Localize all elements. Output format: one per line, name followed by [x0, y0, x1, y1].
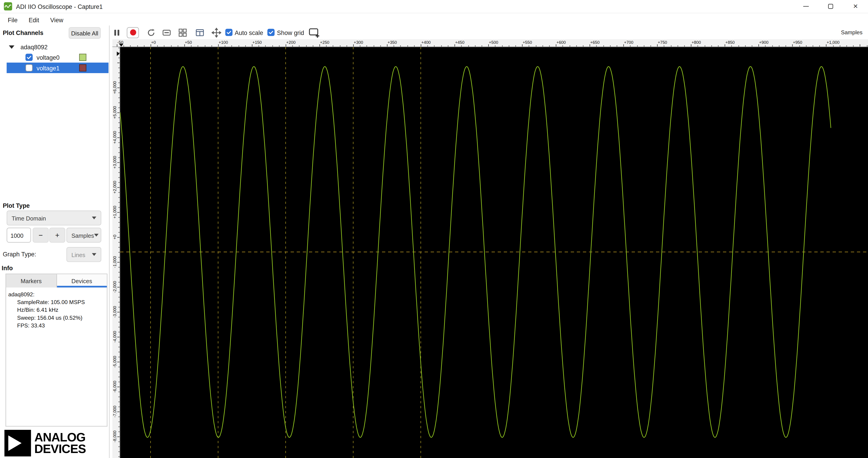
plot-svg — [120, 47, 868, 458]
disable-all-button[interactable]: Disable All — [68, 27, 100, 39]
ruler-tick — [860, 44, 860, 47]
ruler-tick — [119, 172, 120, 173]
device-name: adaq8092 — [21, 44, 48, 50]
ruler-tick — [799, 46, 800, 47]
zero-line-icon[interactable] — [162, 27, 172, 37]
ruler-tick — [178, 46, 178, 47]
ruler-tick — [576, 46, 577, 47]
ruler-tick — [765, 46, 766, 47]
plot-channels-label: Plot Channels — [3, 29, 43, 36]
ruler-tick — [119, 332, 120, 332]
ruler-tick — [171, 46, 171, 47]
plot-type-value: Time Domain — [11, 214, 46, 221]
menu-item-file[interactable]: File — [2, 15, 23, 24]
ruler-tick — [563, 46, 563, 47]
ruler-tick — [448, 46, 448, 47]
toolbar: Auto scale Show grid Samples — [110, 25, 868, 39]
sample-unit-dropdown[interactable]: Samples — [66, 228, 101, 243]
sample-count-input[interactable] — [7, 228, 31, 243]
ruler-tick — [367, 46, 367, 47]
ruler-tick — [232, 46, 232, 47]
grid-view-icon[interactable] — [178, 27, 188, 37]
close-icon: ✕ — [853, 3, 858, 9]
capture-pause-icon[interactable] — [112, 27, 121, 37]
single-capture-icon[interactable] — [146, 27, 156, 37]
ruler-tick — [549, 46, 550, 47]
channel-color-swatch[interactable] — [79, 54, 87, 61]
ruler-tick — [637, 46, 638, 47]
ruler-tick — [495, 46, 496, 47]
x-tick-label: -50 — [117, 40, 123, 45]
show-grid-toggle[interactable]: Show grid — [268, 29, 304, 36]
ruler-tick — [119, 147, 120, 148]
ruler-tick — [119, 267, 120, 267]
info-label: Info — [2, 265, 13, 271]
ruler-tick — [569, 46, 570, 47]
ruler-tick — [786, 46, 786, 47]
device-row[interactable]: adaq8092 — [7, 41, 108, 52]
ruler-tick — [119, 157, 120, 158]
x-tick-label: +1,000 — [827, 40, 839, 45]
channel-list: adaq8092 voltage0voltage1 — [7, 41, 108, 86]
ruler-tick — [644, 46, 644, 47]
ruler-tick — [119, 82, 120, 83]
y-tick-label: +4,000 — [112, 125, 118, 149]
ruler-tick — [119, 227, 120, 228]
auto-scale-checkbox[interactable] — [225, 29, 232, 36]
channel-label: voltage1 — [36, 64, 59, 71]
ruler-tick — [164, 46, 164, 47]
channel-color-swatch[interactable] — [79, 64, 87, 71]
sample-unit-value: Samples — [71, 232, 94, 238]
ruler-tick — [434, 46, 435, 47]
pan-icon[interactable] — [212, 27, 221, 37]
ruler-tick — [853, 46, 854, 47]
ruler-tick — [272, 46, 273, 47]
decrement-button[interactable]: − — [33, 228, 49, 243]
ruler-tick — [119, 447, 120, 447]
ruler-left: +6,000+5,000+4,000+3,000+2,000+1,000+0-1… — [112, 47, 120, 458]
main-area: Auto scale Show grid Samples -50+0+50+10… — [110, 25, 868, 458]
ruler-tick — [119, 277, 120, 277]
y-tick-label: +5,000 — [112, 100, 118, 124]
graph-type-dropdown[interactable]: Lines — [66, 247, 101, 262]
menu-item-view[interactable]: View — [45, 15, 69, 24]
ruler-tick — [119, 97, 120, 98]
plot-canvas[interactable] — [120, 47, 868, 458]
y-tick-label: -3,000 — [112, 299, 118, 324]
ruler-tick — [119, 122, 120, 123]
channel-row-voltage0[interactable]: voltage0 — [7, 52, 108, 62]
plot-type-dropdown[interactable]: Time Domain — [7, 210, 101, 226]
add-plot-icon[interactable] — [308, 27, 321, 38]
app-window: ADI IIO Oscilloscope - Capture1 ✕ FileEd… — [0, 0, 868, 458]
y-tick-label: +1,000 — [112, 200, 118, 224]
ruler-tick — [205, 46, 205, 47]
increment-button[interactable]: + — [49, 228, 65, 243]
tab-devices[interactable]: Devices — [57, 274, 107, 288]
ruler-tick — [119, 67, 120, 68]
minimize-button[interactable] — [793, 0, 818, 13]
maximize-button[interactable] — [818, 0, 843, 13]
show-grid-label: Show grid — [277, 29, 304, 36]
channel-checkbox-voltage1[interactable] — [25, 64, 33, 71]
x-tick-label: +650 — [590, 40, 599, 45]
x-tick-label: +0 — [151, 40, 156, 45]
ruler-tick — [119, 372, 120, 372]
x-tick-label: +450 — [455, 40, 464, 45]
show-grid-checkbox[interactable] — [268, 29, 275, 36]
ruler-tick — [130, 46, 131, 47]
record-button[interactable] — [127, 27, 139, 38]
channel-checkbox-voltage0[interactable] — [25, 54, 33, 61]
auto-scale-toggle[interactable]: Auto scale — [225, 29, 263, 36]
ruler-tick — [468, 46, 469, 47]
expander-icon[interactable] — [9, 45, 14, 49]
close-button[interactable]: ✕ — [843, 0, 868, 13]
menu-item-edit[interactable]: Edit — [23, 15, 45, 24]
channel-row-voltage1[interactable]: voltage1 — [7, 63, 108, 73]
plot-window-icon[interactable] — [195, 27, 205, 37]
graph-type-label: Graph Type: — [3, 251, 36, 257]
ruler-tick — [119, 342, 120, 342]
ruler-tick — [542, 46, 543, 47]
x-tick-label: +200 — [286, 40, 296, 45]
ruler-tick — [299, 46, 300, 47]
tab-markers[interactable]: Markers — [6, 274, 57, 288]
